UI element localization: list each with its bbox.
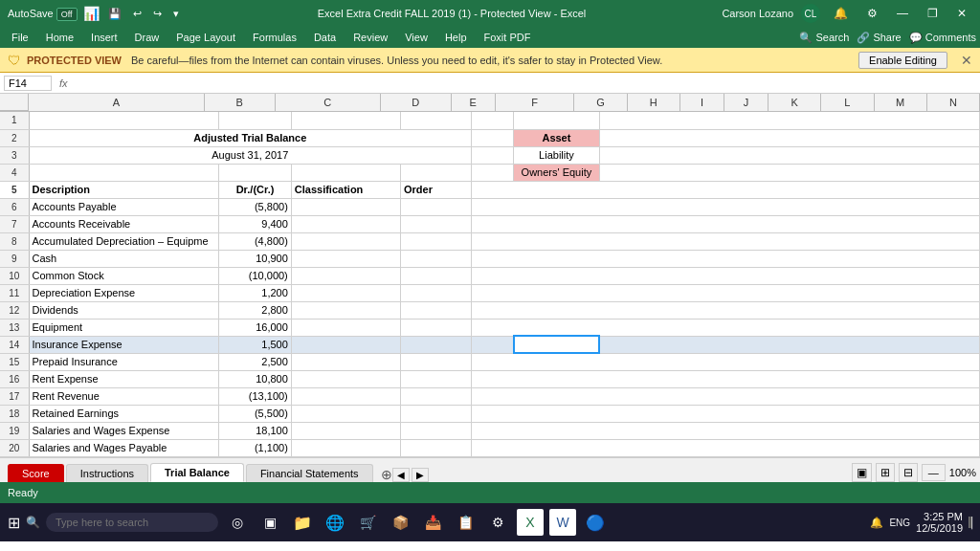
enable-editing-button[interactable]: Enable Editing — [858, 52, 947, 69]
zoom-slider[interactable]: — — [922, 464, 946, 481]
cell-b16[interactable]: 10,800 — [219, 370, 292, 387]
cell-c12[interactable] — [291, 301, 400, 319]
cell-e14[interactable] — [472, 336, 514, 353]
cell-b8[interactable]: (4,800) — [219, 232, 292, 250]
cell-b6[interactable]: (5,800) — [219, 198, 292, 215]
menu-pagelayout[interactable]: Page Layout — [168, 30, 243, 45]
cell-a11[interactable]: Depreciation Expense — [29, 284, 219, 301]
more-icon[interactable]: ▾ — [170, 8, 182, 20]
view-break-icon[interactable]: ⊟ — [899, 463, 918, 482]
taskbar-cortana-icon[interactable]: ◎ — [224, 509, 251, 536]
cell-a6[interactable]: Accounts Payable — [29, 198, 219, 215]
cell-b21[interactable]: (34,600) — [219, 456, 292, 457]
formula-input[interactable] — [76, 77, 976, 89]
cell-d18[interactable] — [401, 405, 472, 422]
cell-c9[interactable] — [291, 250, 400, 267]
cell-c17[interactable] — [291, 387, 400, 405]
cell-c18[interactable] — [291, 405, 400, 422]
cell-f2-legend-asset[interactable]: Asset — [514, 129, 600, 146]
col-header-l[interactable]: L — [821, 94, 874, 111]
cell-a7[interactable]: Accounts Receivable — [29, 215, 219, 232]
tab-scroll-right[interactable]: ▶ — [412, 468, 429, 482]
menu-review[interactable]: Review — [345, 30, 395, 45]
cell-c6[interactable] — [291, 198, 400, 215]
cell-c15[interactable] — [291, 353, 400, 370]
cell-a21[interactable]: Service Revenue — [29, 456, 219, 457]
cell-e3[interactable] — [472, 146, 514, 164]
cell-c1[interactable] — [291, 112, 400, 129]
taskbar-browser-icon[interactable]: 🌐 — [322, 509, 348, 536]
col-header-f[interactable]: F — [496, 94, 575, 111]
taskbar-file-explorer-icon[interactable]: 📁 — [289, 509, 316, 536]
cell-d6[interactable] — [401, 198, 472, 215]
cell-c8[interactable] — [291, 232, 400, 250]
cell-b5-dr[interactable]: Dr./(Cr.) — [219, 181, 292, 198]
cell-d13[interactable] — [401, 319, 472, 336]
cell-c11[interactable] — [291, 284, 400, 301]
cell-e1[interactable] — [472, 112, 514, 129]
save-icon[interactable]: 💾 — [105, 8, 124, 20]
taskbar-search-input[interactable] — [46, 513, 218, 532]
redo-icon[interactable]: ↪ — [150, 8, 165, 20]
cell-reference-input[interactable] — [4, 76, 52, 91]
protected-close-icon[interactable]: ✕ — [961, 53, 972, 68]
cell-d1[interactable] — [401, 112, 472, 129]
menu-draw[interactable]: Draw — [127, 30, 167, 45]
cell-b18[interactable]: (5,500) — [219, 405, 292, 422]
taskbar-app1-icon[interactable]: 📋 — [452, 509, 479, 536]
cell-d19[interactable] — [401, 422, 472, 439]
cell-d7[interactable] — [401, 215, 472, 232]
cell-d14[interactable] — [401, 336, 472, 353]
menu-file[interactable]: File — [4, 30, 36, 45]
cell-d15[interactable] — [401, 353, 472, 370]
cell-a8[interactable]: Accumulated Depreciation – Equipme — [29, 232, 219, 250]
cell-d10[interactable] — [401, 267, 472, 284]
menu-view[interactable]: View — [397, 30, 435, 45]
menu-foxitpdf[interactable]: Foxit PDF — [477, 30, 539, 45]
cell-b7[interactable]: 9,400 — [219, 215, 292, 232]
share-btn[interactable]: 🔗 Share — [857, 32, 901, 44]
cell-b13[interactable]: 16,000 — [219, 319, 292, 336]
undo-icon[interactable]: ↩ — [130, 8, 145, 20]
cell-a9[interactable]: Cash — [29, 250, 219, 267]
cell-d5-order[interactable]: Order — [401, 181, 472, 198]
cell-a13[interactable]: Equipment — [29, 319, 219, 336]
cell-d4[interactable] — [401, 164, 472, 181]
cell-c19[interactable] — [291, 422, 400, 439]
taskbar-store-icon[interactable]: 🛒 — [354, 509, 381, 536]
cell-d8[interactable] — [401, 232, 472, 250]
col-header-m[interactable]: M — [875, 94, 927, 111]
taskbar-excel-icon[interactable]: X — [517, 509, 544, 536]
cell-c13[interactable] — [291, 319, 400, 336]
cell-a20[interactable]: Salaries and Wages Payable — [29, 439, 219, 456]
cell-c21[interactable] — [291, 456, 400, 457]
col-header-c[interactable]: C — [276, 94, 381, 111]
cell-c5-class[interactable]: Classification — [291, 181, 400, 198]
col-header-a[interactable]: A — [29, 94, 205, 111]
view-normal-icon[interactable]: ▣ — [852, 463, 872, 482]
menu-help[interactable]: Help — [437, 30, 475, 45]
search-box[interactable]: 🔍 Search — [799, 32, 849, 44]
tab-scroll-left[interactable]: ◀ — [392, 468, 410, 482]
cell-b17[interactable]: (13,100) — [219, 387, 292, 405]
view-page-icon[interactable]: ⊞ — [876, 463, 895, 482]
cell-d12[interactable] — [401, 301, 472, 319]
notification-icon[interactable]: 🔔 — [870, 517, 883, 529]
taskbar-dropbox-icon[interactable]: 📥 — [419, 509, 446, 536]
cell-d9[interactable] — [401, 250, 472, 267]
cell-d11[interactable] — [401, 284, 472, 301]
taskbar-task-view-icon[interactable]: ▣ — [256, 509, 283, 536]
cell-a5-desc[interactable]: Description — [29, 181, 219, 198]
cell-d16[interactable] — [401, 370, 472, 387]
taskbar-amazon-icon[interactable]: 📦 — [387, 509, 413, 536]
cell-a4[interactable] — [29, 164, 219, 181]
col-header-i[interactable]: I — [680, 94, 724, 111]
taskbar-word-icon[interactable]: W — [549, 509, 576, 536]
cell-c10[interactable] — [291, 267, 400, 284]
cell-c20[interactable] — [291, 439, 400, 456]
cell-a3-date[interactable]: August 31, 2017 — [29, 146, 472, 164]
taskbar-chrome-icon[interactable]: 🔵 — [582, 509, 609, 536]
close-btn[interactable]: ✕ — [951, 5, 972, 22]
windows-icon[interactable]: ⊞ — [8, 514, 20, 532]
cell-c4[interactable] — [291, 164, 400, 181]
